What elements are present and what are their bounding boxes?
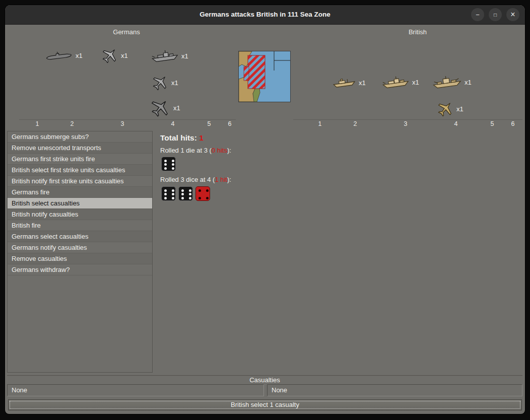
british-destroyer-unit: x1 [333, 78, 366, 88]
total-hits: Total hits: 1 [160, 133, 204, 143]
divider [19, 119, 236, 120]
dice-column-header: 5 [203, 120, 215, 127]
battle-step[interactable]: Remove unescorted transports [8, 143, 152, 154]
roll-1-hits: 0 hits [212, 147, 227, 154]
defender-casualties-panel: None [267, 384, 522, 396]
dice-column-header: 3 [116, 120, 128, 127]
british-battleship-unit: x1 [432, 76, 472, 89]
fighter-icon [437, 101, 453, 117]
total-hits-value: 1 [199, 133, 204, 142]
minimize-button[interactable]: − [471, 8, 484, 21]
attacker-casualties-panel: None [7, 384, 264, 396]
close-icon: × [510, 10, 515, 19]
die-6 [161, 157, 176, 171]
battle-step[interactable]: British select casualties [8, 198, 152, 209]
roll-2-suffix: ): [227, 176, 231, 183]
roll-1-label: Rolled 1 die at 3 (0 hits): [160, 147, 231, 154]
battle-step[interactable]: Germans fire [8, 187, 152, 198]
minimize-icon: − [476, 11, 480, 19]
casualties-header: Casualties [7, 375, 522, 384]
dice-column-header: 6 [507, 120, 519, 127]
battle-step[interactable]: Germans withdraw? [8, 264, 152, 275]
german-fighter-unit: x1 [102, 47, 128, 63]
fighter-icon [102, 47, 118, 63]
german-bomber-unit: x1 [150, 99, 180, 117]
unit-count: x1 [359, 79, 366, 87]
unit-count: x1 [76, 52, 83, 59]
battle-step[interactable]: British notify casualties [8, 209, 152, 220]
british-cruiser-unit: x1 [382, 76, 419, 89]
dice-column-header: 1 [31, 120, 43, 127]
british-fighter-unit: x1 [437, 101, 463, 117]
dice-column-header: 4 [450, 120, 462, 127]
bomber-icon [150, 99, 170, 117]
battle-step[interactable]: Germans notify casualties [8, 242, 152, 253]
german-fighter-unit-2: x1 [152, 75, 178, 91]
die-6 [178, 186, 193, 201]
dice-column-header: 6 [224, 120, 236, 127]
maximize-button[interactable]: □ [489, 8, 502, 21]
dice-column-header: 1 [314, 120, 326, 127]
unit-count: x1 [465, 79, 472, 86]
roll-1-suffix: ): [227, 147, 231, 154]
roll-2-hits: 1 hit [215, 176, 227, 183]
close-button[interactable]: × [506, 8, 519, 21]
battle-step[interactable]: Germans submerge subs? [8, 131, 152, 143]
battle-step[interactable]: British fire [8, 220, 152, 231]
dice-column-header: 5 [486, 120, 498, 127]
maximize-icon: □ [494, 12, 497, 18]
destroyer-icon [333, 78, 356, 88]
battle-step[interactable]: Germans select casualties [8, 231, 152, 242]
dice-column-header: 2 [66, 120, 78, 127]
battle-step[interactable]: British notify first strike units casual… [8, 176, 152, 187]
window-title: Germans attacks British in 111 Sea Zone [5, 5, 525, 24]
battle-steps-list: Germans submerge subs?Remove unescorted … [7, 131, 153, 373]
roll-2-prefix: Rolled 3 dice at 4 ( [160, 176, 215, 183]
unit-count: x1 [121, 52, 128, 59]
dice-column-header: 2 [349, 120, 361, 127]
battle-step[interactable]: British select first strike units casual… [8, 165, 152, 176]
dice-row-1 [161, 157, 176, 171]
cruiser-icon [382, 76, 409, 89]
sea-zone-map-thumbnail [239, 51, 290, 102]
battle-window: Germans attacks British in 111 Sea Zone … [5, 5, 525, 414]
cruiser-icon [151, 49, 178, 62]
divider [293, 119, 522, 120]
select-casualty-button[interactable]: British select 1 casualty [8, 399, 522, 410]
german-cruiser-unit: x1 [151, 49, 188, 62]
battle-step[interactable]: Germans first strike units fire [8, 154, 152, 165]
die-6 [161, 186, 176, 201]
die-hit-4 [195, 186, 210, 201]
submarine-icon [45, 50, 73, 60]
german-submarine-unit: x1 [45, 50, 83, 60]
unit-count: x1 [173, 104, 180, 112]
roll-2-label: Rolled 3 dice at 4 (1 hit): [160, 176, 231, 183]
unit-count: x1 [456, 105, 463, 113]
battleship-icon [432, 76, 461, 89]
attacker-name: Germans [104, 28, 149, 36]
dice-column-header: 4 [167, 120, 179, 127]
total-hits-label: Total hits: [160, 133, 197, 142]
unit-count: x1 [171, 79, 178, 87]
titlebar: Germans attacks British in 111 Sea Zone … [5, 5, 525, 25]
unit-count: x1 [181, 52, 188, 60]
dice-column-header: 3 [400, 120, 412, 127]
battle-step[interactable]: Remove casualties [8, 253, 152, 264]
fighter-icon [152, 75, 168, 91]
defender-name: British [395, 28, 440, 36]
unit-count: x1 [412, 79, 419, 86]
roll-1-prefix: Rolled 1 die at 3 ( [160, 147, 212, 154]
dice-row-2 [161, 186, 210, 201]
